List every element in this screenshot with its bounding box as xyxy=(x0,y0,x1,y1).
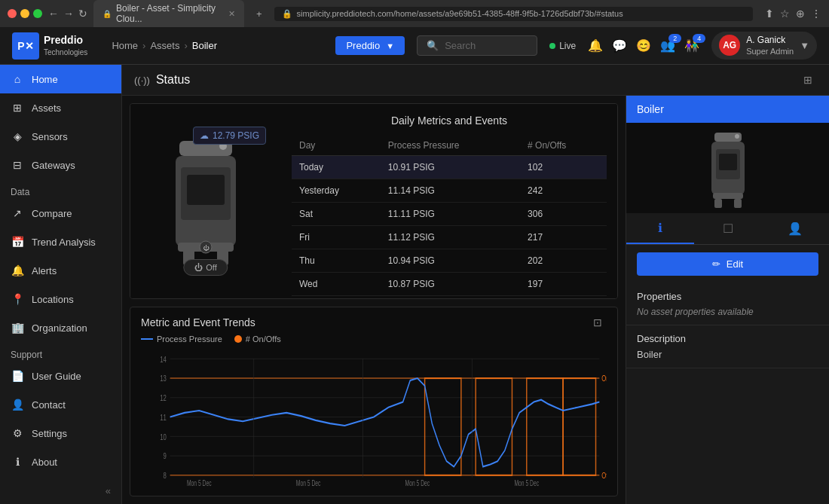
sidebar-item-home[interactable]: ⌂ Home xyxy=(0,65,121,93)
legend-pressure: Process Pressure xyxy=(141,334,222,344)
chat-icon[interactable]: 💬 xyxy=(612,38,627,53)
cell-pressure: 10.94 PSIG xyxy=(381,249,520,273)
status-title-text: Status xyxy=(156,73,190,87)
table-row: Fri 11.12 PSIG 217 xyxy=(292,226,607,249)
main-layout: ⌂ Home ⊞ Assets ◈ Sensors ⊟ Gateways Dat… xyxy=(0,65,829,504)
more-icon[interactable]: ⋮ xyxy=(811,8,821,20)
group-icon[interactable]: 👫4 xyxy=(684,38,699,53)
user-avatar: AG xyxy=(719,35,740,56)
svg-rect-50 xyxy=(734,199,742,208)
svg-rect-4 xyxy=(187,175,225,205)
back-button[interactable]: ← xyxy=(48,8,59,20)
svg-text:Mon 5 Dec: Mon 5 Dec xyxy=(187,479,212,488)
support-section-label: Support xyxy=(0,342,121,362)
assets-icon: ⊞ xyxy=(11,102,24,114)
right-tab-users[interactable]: 👤 xyxy=(761,213,829,244)
compare-icon: ↗ xyxy=(11,207,24,219)
forward-button[interactable]: → xyxy=(63,8,74,20)
collapse-icon: « xyxy=(106,485,111,496)
svg-text:⏻: ⏻ xyxy=(203,245,210,252)
svg-text:Mon 5 Dec: Mon 5 Dec xyxy=(514,479,539,488)
user-chevron-icon: ▼ xyxy=(800,40,809,51)
table-row: Thu 10.94 PSIG 202 xyxy=(292,249,607,273)
sidebar-item-userguide[interactable]: 📄 User Guide xyxy=(0,362,121,390)
bell-icon[interactable]: 🔔 xyxy=(588,38,603,53)
pressure-legend-line xyxy=(141,338,153,340)
share-icon[interactable]: ⬆ xyxy=(765,8,774,20)
sidebar-item-sensors[interactable]: ◈ Sensors xyxy=(0,122,121,151)
off-label: Off xyxy=(206,263,216,272)
close-dot[interactable] xyxy=(8,9,17,18)
cell-day: Today xyxy=(292,156,381,179)
about-icon: ℹ xyxy=(11,456,24,468)
search-box[interactable]: 🔍 Search xyxy=(417,35,537,56)
sidebar-label-alerts: Alerts xyxy=(32,265,57,276)
gateways-icon: ⊟ xyxy=(11,159,24,171)
sidebar-item-about[interactable]: ℹ About xyxy=(0,447,121,476)
svg-rect-28 xyxy=(425,378,461,475)
svg-text:11: 11 xyxy=(160,412,167,422)
extensions-icon[interactable]: ⊕ xyxy=(796,8,805,20)
contact-icon: 👤 xyxy=(11,399,24,411)
svg-text:14: 14 xyxy=(160,354,167,364)
sidebar-label-compare: Compare xyxy=(32,208,72,219)
sidebar-label-trend: Trend Analysis xyxy=(32,237,96,248)
home-icon: ⌂ xyxy=(11,73,24,85)
svg-text:Off: Off xyxy=(601,471,607,481)
table-row: Sat 11.11 PSIG 306 xyxy=(292,203,607,226)
onoffs-legend-dot xyxy=(234,335,242,343)
svg-text:10: 10 xyxy=(160,432,167,441)
app: P✕ Preddio Technologies Home › Assets › … xyxy=(0,27,829,504)
cell-day: Sat xyxy=(292,203,381,226)
sidebar-collapse-button[interactable]: « xyxy=(0,478,121,504)
table-row: Today 10.91 PSIG 102 xyxy=(292,156,607,179)
reload-button[interactable]: ↻ xyxy=(78,8,87,20)
right-tab-info[interactable]: ℹ xyxy=(626,213,694,244)
cell-onoffs: 102 xyxy=(520,156,607,179)
boiler-preview xyxy=(626,123,829,213)
status-expand-button[interactable]: ⊞ xyxy=(799,72,817,87)
properties-section: Properties No asset properties available xyxy=(626,283,829,325)
user-role: Super Admin xyxy=(746,46,794,57)
trend-chart: 14 13 12 11 10 9 8 On xyxy=(141,348,607,488)
onoffs-legend-label: # On/Offs xyxy=(246,334,281,344)
sidebar-item-contact[interactable]: 👤 Contact xyxy=(0,390,121,419)
breadcrumb-assets[interactable]: Assets xyxy=(150,40,179,51)
filter-label: Preddio xyxy=(346,40,380,51)
sidebar: ⌂ Home ⊞ Assets ◈ Sensors ⊟ Gateways Dat… xyxy=(0,65,122,504)
boiler-status-card: ⏻ ☁ 12.79 PSIG ⏻ Off xyxy=(130,103,618,299)
bookmark-icon[interactable]: ☆ xyxy=(780,8,790,20)
sidebar-item-locations[interactable]: 📍 Locations xyxy=(0,285,121,313)
smiley-icon[interactable]: 😊 xyxy=(636,38,651,53)
svg-rect-49 xyxy=(714,199,722,208)
minimize-dot[interactable] xyxy=(20,9,29,18)
logo-text: Preddio Technologies xyxy=(44,34,87,57)
new-tab-button[interactable]: + xyxy=(250,5,268,23)
right-panel: Boiler xyxy=(626,96,829,504)
cell-pressure: 10.91 PSIG xyxy=(381,156,520,179)
breadcrumb-home[interactable]: Home xyxy=(112,40,138,51)
user-menu-button[interactable]: AG A. Ganick Super Admin ▼ xyxy=(711,32,817,60)
sidebar-item-assets[interactable]: ⊞ Assets xyxy=(0,93,121,122)
users-icon[interactable]: 👥2 xyxy=(660,38,675,53)
sidebar-item-compare[interactable]: ↗ Compare xyxy=(0,199,121,228)
legend-onoffs: # On/Offs xyxy=(234,334,281,344)
browser-tab[interactable]: 🔒 Boiler - Asset - Simplicity Clou... ✕ xyxy=(93,0,244,27)
trend-export-button[interactable]: ⊡ xyxy=(589,315,607,330)
sidebar-item-alerts[interactable]: 🔔 Alerts xyxy=(0,256,121,285)
url-text: simplicity.preddiotech.com/home/assets/a… xyxy=(297,9,623,18)
content-panels: ⏻ ☁ 12.79 PSIG ⏻ Off xyxy=(122,96,829,504)
col-pressure: Process Pressure xyxy=(381,136,520,156)
sidebar-item-trend-analysis[interactable]: 📅 Trend Analysis xyxy=(0,228,121,256)
sidebar-item-settings[interactable]: ⚙ Settings xyxy=(0,419,121,447)
sidebar-item-gateways[interactable]: ⊟ Gateways xyxy=(0,151,121,179)
address-bar[interactable]: 🔒 simplicity.preddiotech.com/home/assets… xyxy=(274,7,753,21)
edit-button[interactable]: ✏ Edit xyxy=(637,252,818,276)
filter-button[interactable]: Preddio ▼ xyxy=(335,36,405,55)
right-tab-details[interactable]: ☐ xyxy=(694,213,762,244)
svg-text:12:30 PM: 12:30 PM xyxy=(406,487,428,488)
sidebar-item-organization[interactable]: 🏢 Organization xyxy=(0,313,121,342)
tab-title: Boiler - Asset - Simplicity Clou... xyxy=(116,3,221,24)
maximize-dot[interactable] xyxy=(33,9,42,18)
right-tabs: ℹ ☐ 👤 xyxy=(626,213,829,245)
